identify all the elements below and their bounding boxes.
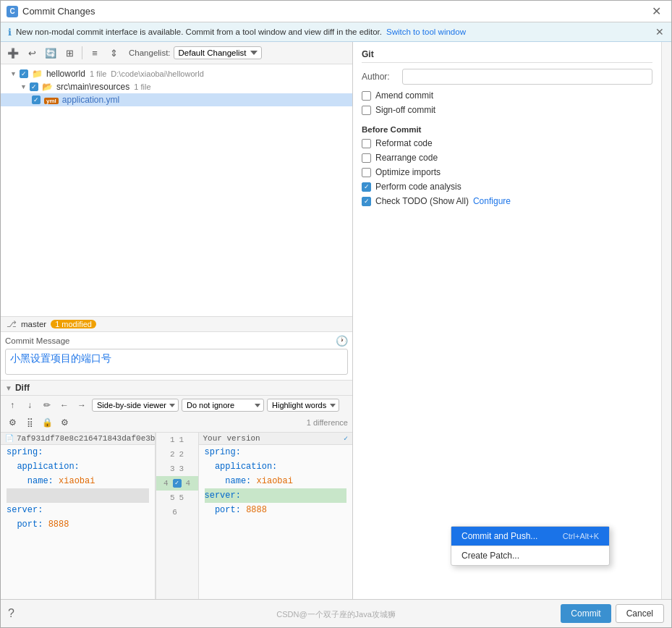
scrollbar[interactable] [661,42,671,599]
banner-text: New non-modal commit interface is availa… [16,27,382,36]
center-line: 33 [156,462,198,476]
commit-message-area: Commit Message 🕐 小黑设置项目的端口号 [1,331,352,380]
diff-lock-btn[interactable]: 🔒 [40,415,54,430]
changelist-label: Changelist: [129,48,171,57]
watermark: CSDN@一个双子座的Java攻城狮 [276,609,396,620]
before-commit-title: Before Commit [362,125,652,134]
banner-link[interactable]: Switch to tool window [386,27,466,36]
close-button[interactable]: ✕ [647,3,665,20]
branch-name[interactable]: master [21,320,46,328]
reformat-code-checkbox[interactable] [362,139,371,148]
separator [82,46,82,59]
diff-center-numbers: 11 22 33 4 ✓ 4 55 6 [156,433,199,599]
center-line: 22 [156,447,198,462]
folder-icon: 📁 [32,69,43,79]
diff-edit-btn[interactable]: ✏ [40,398,54,412]
code-line [7,532,149,546]
diff-checkbox[interactable]: ✓ [173,479,182,488]
git-section-title: Git [362,49,652,63]
diff-up-btn[interactable]: ↑ [5,398,20,412]
sign-off-label: Sign-off commit [375,105,435,115]
diff-left-lines: spring: application: name: xiaobai serve… [1,445,155,546]
list-item[interactable]: ▼ ✓ 📂 src\main\resources 1 file [1,80,352,93]
rearrange-code-checkbox[interactable] [362,153,371,163]
diff-back-btn[interactable]: ← [57,398,72,412]
tree-item-label: helloworld [46,69,85,79]
branch-icon: ⎇ [7,319,17,329]
diff-right-lines: spring: application: name: xiaobai serve… [199,445,353,532]
diff-expand-arrow[interactable]: ▼ [5,384,12,392]
center-line: 4 ✓ 4 [156,476,198,491]
diff-toolbar: ↑ ↓ ✏ ← → Side-by-side viewerUnified vie… [1,396,352,433]
expand-arrow: ▼ [10,70,17,77]
app-icon: C [7,6,18,17]
code-line: port: 8888 [205,503,347,517]
code-line [205,517,347,532]
diff-right-filename: Your version [203,434,260,443]
diff-down-btn[interactable]: ↓ [22,398,37,412]
amend-commit-row: Amend commit [362,90,652,101]
main-content: ➕ ↩ 🔄 ⊞ ≡ ⇕ Changelist: Default Changeli… [1,42,671,599]
author-input[interactable] [402,69,652,85]
optimize-imports-checkbox[interactable] [362,168,371,177]
perform-analysis-checkbox[interactable]: ✓ [362,182,371,192]
tree-item-meta: 1 file D:\code\xiaobai\helloworld [88,69,204,78]
sign-off-checkbox[interactable] [362,106,371,115]
add-button[interactable]: ➕ [5,45,21,61]
check-todo-row: ✓ Check TODO (Show All) Configure [362,196,652,206]
tree-item-label: src\main\resources [56,82,129,92]
status-bar: ⎇ master 1 modified [1,316,352,331]
list-item[interactable]: ✓ yml application.yml [1,93,352,106]
perform-analysis-label: Perform code analysis [375,182,462,192]
code-line: name: xiaobai [7,474,149,488]
amend-commit-label: Amend commit [375,90,433,101]
amend-commit-checkbox[interactable] [362,91,371,101]
configure-link[interactable]: Configure [473,196,511,206]
diff-cols-btn[interactable]: ⣿ [22,415,37,430]
commit-button[interactable]: Commit [561,604,611,623]
code-line: server: [7,503,149,517]
tree-checkbox[interactable]: ✓ [32,96,41,104]
refresh-button[interactable]: 🔄 [43,45,59,61]
commit-message-label: Commit Message [5,336,69,345]
diff-settings-btn[interactable]: ⚙ [5,415,20,430]
check-todo-checkbox[interactable]: ✓ [362,197,371,206]
viewer-select[interactable]: Side-by-side viewerUnified viewer [92,399,179,412]
code-line: application: [205,459,347,474]
commit-message-input[interactable]: 小黑设置项目的端口号 [5,349,348,375]
diff-gear-btn[interactable]: ⚙ [57,415,72,430]
diff-right-header: Your version ✓ [199,433,353,445]
author-label: Author: [362,72,398,82]
highlight-select[interactable]: Highlight wordsHighlight charsNo highlig… [267,399,339,412]
group-button[interactable]: ⊞ [61,45,77,61]
code-line [7,488,149,503]
banner-close-button[interactable]: ✕ [655,26,664,38]
ignore-select[interactable]: Do not ignoreIgnore whitespace [182,399,264,412]
diff-content: 📄 7af931df78e8c216471843daf0e3b03ab5a25f… [1,433,352,599]
tree-checkbox[interactable]: ✓ [20,69,28,78]
code-line: name: xiaobai [205,474,347,488]
center-line: 11 [156,433,198,447]
tree-checkbox[interactable]: ✓ [30,82,38,91]
reformat-code-row: Reformat code [362,138,652,148]
modified-badge: 1 modified [51,320,96,328]
list-item[interactable]: ▼ ✓ 📁 helloworld 1 file D:\code\xiaobai\… [1,67,352,80]
commit-and-push-item[interactable]: Commit and Push... Ctrl+Alt+K [451,527,609,546]
left-panel: ➕ ↩ 🔄 ⊞ ≡ ⇕ Changelist: Default Changeli… [1,42,353,599]
collapse-button[interactable]: ⇕ [106,45,122,61]
folder-small-icon: 📂 [42,82,53,92]
expand-arrow: ▼ [20,83,27,90]
clock-icon[interactable]: 🕐 [336,335,348,347]
create-patch-item[interactable]: Create Patch... [451,546,609,565]
diff-header: ▼ Diff [1,381,352,396]
diff-forward-btn[interactable]: → [75,398,89,412]
file-tree: ▼ ✓ 📁 helloworld 1 file D:\code\xiaobai\… [1,64,352,316]
undo-button[interactable]: ↩ [24,45,40,61]
expand-button[interactable]: ≡ [87,45,103,61]
changelist-select[interactable]: Default Changelist [174,46,262,59]
cancel-button[interactable]: Cancel [616,604,664,623]
commit-and-push-label: Commit and Push... [462,531,537,541]
diff-left-panel: 📄 7af931df78e8c216471843daf0e3b03ab5a25f… [1,433,156,599]
help-button[interactable]: ? [8,607,14,620]
code-line: spring: [7,445,149,459]
